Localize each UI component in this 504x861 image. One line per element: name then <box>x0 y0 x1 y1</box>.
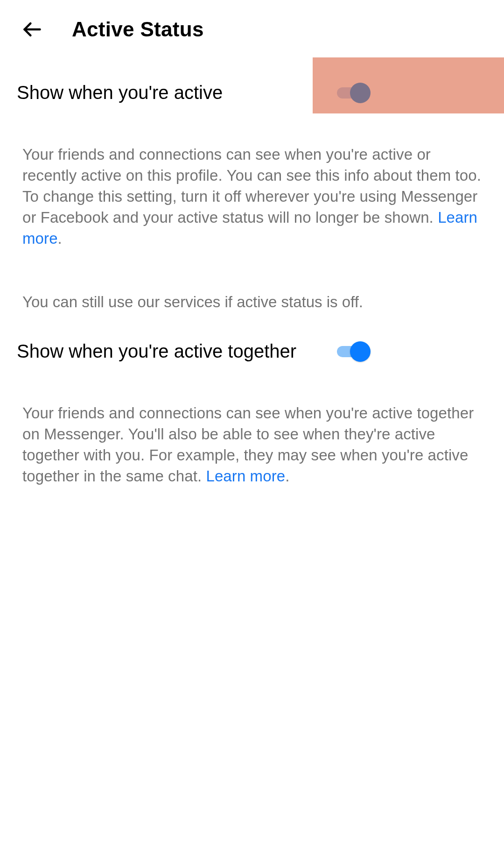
toggle-thumb <box>350 83 371 103</box>
toggle-thumb <box>350 341 371 362</box>
back-button[interactable] <box>21 18 44 41</box>
active-status-row: Show when you're active <box>0 55 504 103</box>
page-title: Active Status <box>72 18 204 41</box>
active-together-row: Show when you're active together <box>0 341 504 362</box>
arrow-left-icon <box>22 19 42 40</box>
description-period: . <box>285 467 289 485</box>
content: Show when you're active Your friends and… <box>0 55 504 487</box>
header: Active Status <box>0 0 504 55</box>
active-status-note: You can still use our services if active… <box>0 249 504 313</box>
active-together-description: Your friends and connections can see whe… <box>0 362 504 487</box>
description-period: . <box>58 230 62 247</box>
active-status-label: Show when you're active <box>17 82 223 103</box>
active-together-label: Show when you're active together <box>17 341 296 362</box>
learn-more-link[interactable]: Learn more <box>206 467 285 485</box>
active-together-section: Show when you're active together Your fr… <box>0 341 504 487</box>
active-together-toggle[interactable] <box>337 341 371 362</box>
description-text: Your friends and connections can see whe… <box>22 146 481 226</box>
active-status-description: Your friends and connections can see whe… <box>0 103 504 249</box>
active-status-toggle[interactable] <box>337 83 371 103</box>
